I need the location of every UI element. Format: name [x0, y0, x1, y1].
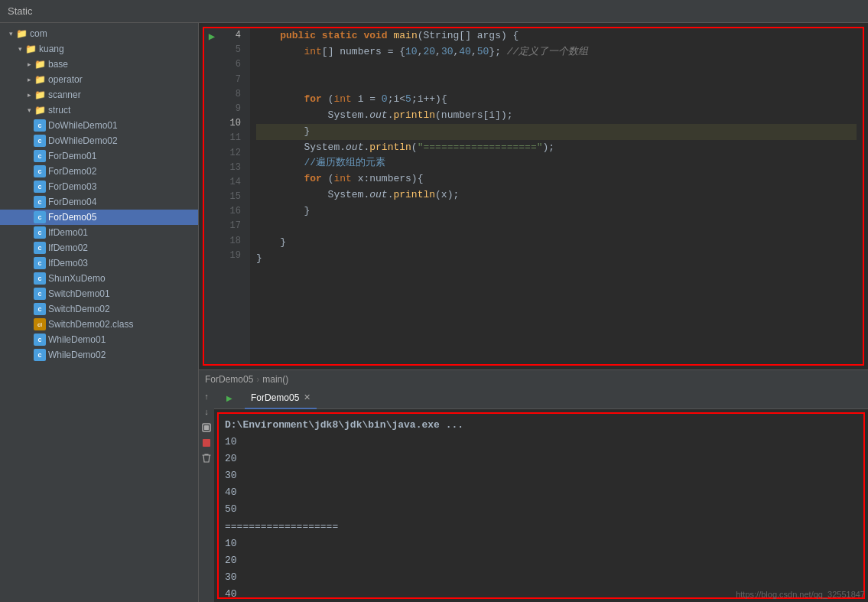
- sidebar-item-ForDemo02[interactable]: c ForDemo02: [0, 164, 198, 179]
- java-file-icon: c: [34, 257, 46, 269]
- console-tab-label: ForDemo05: [251, 392, 299, 403]
- code-border: ▶ 4 5 6 7 8 9 10 11 12 13 14 15: [203, 27, 864, 366]
- sidebar-item-label: ShunXuDemo: [48, 273, 106, 284]
- sidebar-item-label: IfDemo02: [48, 242, 88, 253]
- svg-rect-1: [204, 425, 209, 430]
- java-file-icon: c: [34, 303, 46, 315]
- line-number: 11: [226, 131, 244, 145]
- sidebar-item-IfDemo01[interactable]: c IfDemo01: [0, 225, 198, 240]
- line-number: 17: [226, 219, 244, 233]
- sidebar-item-SwitchDemo01[interactable]: c SwitchDemo01: [0, 286, 198, 301]
- sidebar-item-label: struct: [48, 105, 70, 116]
- line-number: 13: [226, 161, 244, 175]
- code-line: //遍历数组的元素: [256, 155, 857, 171]
- main-layout: ▾ 📁 com ▾ 📁 kuang ▸ 📁 base ▸ 📁 operator …: [0, 23, 868, 602]
- sidebar-item-label: WhileDemo02: [48, 350, 106, 360]
- sidebar-item-SwitchDemo02[interactable]: c SwitchDemo02: [0, 301, 198, 317]
- class-file-icon: cl: [34, 318, 46, 330]
- editor-area: ▶ 4 5 6 7 8 9 10 11 12 13 14 15: [199, 23, 868, 602]
- sidebar-item-WhileDemo01[interactable]: c WhileDemo01: [0, 332, 198, 347]
- line-number: 6: [226, 57, 244, 72]
- code-content[interactable]: public static void main(String[] args) {…: [250, 28, 863, 364]
- console-stop-icon[interactable]: [200, 437, 213, 449]
- run-tab-icon: ▶: [220, 388, 239, 409]
- code-line: public static void main(String[] args) {: [256, 28, 857, 44]
- sidebar-item-DoWhileDemo01[interactable]: c DoWhileDemo01: [0, 118, 198, 133]
- sidebar-item-label: ForDemo03: [48, 181, 96, 192]
- sidebar-item-label: DoWhileDemo02: [48, 135, 118, 146]
- chevron-down-icon: ▾: [6, 29, 15, 38]
- svg-rect-2: [203, 439, 210, 447]
- chevron-right-icon: ▸: [24, 90, 34, 99]
- console-rerun-icon[interactable]: [200, 421, 213, 434]
- watermark: https://blog.csdn.net/qq_32551847: [736, 590, 865, 599]
- code-line: [256, 267, 857, 283]
- sidebar-item-ForDemo05[interactable]: c ForDemo05: [0, 210, 198, 225]
- sidebar-item-label: SwitchDemo02.class: [48, 319, 133, 330]
- console-up-icon[interactable]: ↑: [200, 391, 213, 403]
- sidebar-item-label: IfDemo03: [48, 258, 88, 268]
- chevron-right-icon: ▸: [24, 75, 34, 84]
- line-number: 19: [226, 249, 244, 263]
- java-file-icon: c: [34, 150, 46, 162]
- java-file-icon: c: [34, 165, 46, 177]
- sidebar-item-ForDemo01[interactable]: c ForDemo01: [0, 148, 198, 164]
- sidebar-item-kuang[interactable]: ▾ 📁 kuang: [0, 41, 198, 57]
- sidebar-item-WhileDemo02[interactable]: c WhileDemo02: [0, 347, 198, 363]
- console-output-line: 10: [225, 434, 857, 451]
- sidebar-item-label: SwitchDemo01: [48, 288, 110, 299]
- folder-icon: 📁: [34, 89, 46, 101]
- run-icon: ▶: [226, 394, 232, 402]
- console-content-wrapper: ▶ ForDemo05 ✕ D:\Environment\jdk8\jdk\bi…: [214, 388, 868, 602]
- folder-icon: 📁: [34, 104, 46, 116]
- line-number: 15: [226, 190, 244, 204]
- sidebar-item-IfDemo03[interactable]: c IfDemo03: [0, 255, 198, 271]
- sidebar-item-label: scanner: [48, 89, 81, 100]
- java-file-icon: c: [34, 119, 46, 132]
- code-line: System.out.println(x);: [256, 187, 857, 203]
- sidebar-item-scanner[interactable]: ▸ 📁 scanner: [0, 87, 198, 103]
- console-down-icon[interactable]: ↓: [200, 406, 213, 418]
- code-line: for (int i = 0;i<5;i++){: [256, 92, 857, 108]
- sidebar-item-base[interactable]: ▸ 📁 base: [0, 57, 198, 72]
- sidebar-item-label: ForDemo02: [48, 166, 96, 177]
- sidebar-item-ForDemo04[interactable]: c ForDemo04: [0, 194, 198, 210]
- sidebar-item-label: ForDemo04: [48, 197, 96, 207]
- sidebar-item-label: IfDemo01: [48, 227, 88, 238]
- sidebar-item-struct[interactable]: ▾ 📁 struct: [0, 103, 198, 118]
- sidebar-item-com[interactable]: ▾ 📁 com: [0, 26, 198, 41]
- console-output-line: 10: [225, 535, 857, 552]
- sidebar-item-ShunXuDemo[interactable]: c ShunXuDemo: [0, 271, 198, 286]
- console-output-line: 20: [225, 451, 857, 467]
- debug-run-icon: ▶: [204, 28, 219, 45]
- line-number: 18: [226, 234, 244, 249]
- sidebar-item-label: com: [30, 28, 47, 39]
- sidebar-item-ForDemo03[interactable]: c ForDemo03: [0, 179, 198, 194]
- chevron-down-icon: ▾: [24, 106, 34, 115]
- java-file-icon: c: [34, 226, 46, 239]
- chevron-right-icon: ▸: [24, 60, 34, 69]
- console-output-line: 30: [225, 467, 857, 484]
- sidebar-item-label: SwitchDemo02: [48, 304, 110, 314]
- sidebar-item-SwitchDemo02class[interactable]: cl SwitchDemo02.class: [0, 317, 198, 332]
- console-tab-fordemo05[interactable]: ForDemo05 ✕: [245, 388, 317, 409]
- line-number: 9: [226, 102, 244, 116]
- code-line: [256, 60, 857, 76]
- java-file-icon: c: [34, 288, 46, 300]
- folder-icon: 📁: [24, 43, 37, 55]
- console-tab-close[interactable]: ✕: [304, 392, 310, 402]
- sidebar-item-label: ForDemo05: [48, 212, 96, 223]
- sidebar-item-IfDemo02[interactable]: c IfDemo02: [0, 240, 198, 255]
- line-number: 4: [226, 28, 244, 43]
- code-line: }: [256, 203, 857, 220]
- line-number: 10: [226, 116, 244, 131]
- sidebar-item-operator[interactable]: ▸ 📁 operator: [0, 72, 198, 87]
- console-clear-icon[interactable]: [200, 452, 213, 464]
- java-file-icon: c: [34, 135, 46, 147]
- code-editor: ▶ 4 5 6 7 8 9 10 11 12 13 14 15: [199, 23, 868, 369]
- console-output-line: 30: [225, 569, 857, 586]
- line-number: 12: [226, 146, 244, 161]
- sidebar-item-DoWhileDemo02[interactable]: c DoWhileDemo02: [0, 133, 198, 148]
- console-panel: ↑ ↓ ▶ Fo: [199, 388, 868, 602]
- java-file-icon: c: [34, 272, 46, 285]
